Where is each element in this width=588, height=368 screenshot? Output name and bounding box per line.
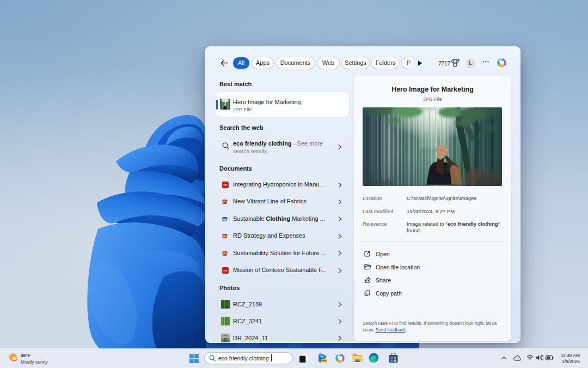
svg-text:W: W <box>223 218 226 221</box>
svg-text:PDF: PDF <box>223 270 228 272</box>
svg-text:P: P <box>223 234 226 238</box>
svg-text:PDF: PDF <box>223 184 228 186</box>
svg-text:P: P <box>223 251 226 255</box>
svg-text:P: P <box>223 200 226 204</box>
svg-text:PRO: PRO <box>322 360 327 362</box>
